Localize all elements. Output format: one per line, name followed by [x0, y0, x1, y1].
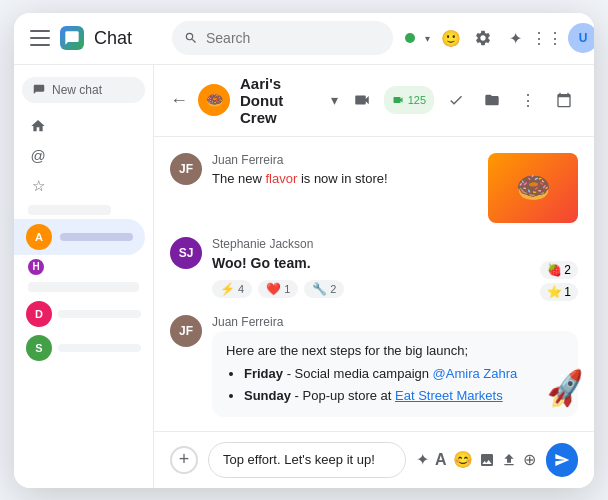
link-eat-street[interactable]: Eat Street Markets	[395, 388, 503, 403]
star-icon[interactable]: ✦	[504, 27, 526, 49]
sidebar-item-mentions[interactable]: @	[14, 141, 153, 171]
sidebar-item-home[interactable]	[14, 111, 153, 141]
msg-bubble-2: Woo! Go team.	[212, 253, 530, 274]
sidebar-placeholder-4	[58, 344, 141, 352]
sidebar-divider-1	[28, 205, 111, 215]
meet-badge[interactable]: 125	[384, 86, 434, 114]
right-reactions: 🍓 2 ⭐ 1	[540, 261, 578, 301]
msg-bubble-1: The new flavor is now in store!	[212, 169, 478, 189]
chat-header-actions: 125 ⋮	[348, 86, 578, 114]
user-avatar[interactable]: U	[568, 23, 594, 53]
sparkle-icon[interactable]: ✦	[416, 450, 429, 469]
sidebar: New chat @ ☆ A H D	[14, 65, 154, 488]
msg-content-1: Juan Ferreira The new flavor is now in s…	[212, 153, 478, 223]
more-options-icon[interactable]: ⊕	[523, 450, 536, 469]
chat-header: ← 🍩 Aari's Donut Crew ▾ 125	[154, 65, 594, 137]
check-icon[interactable]	[442, 86, 470, 114]
chat-title: Aari's Donut Crew	[240, 75, 321, 126]
meet-count: 125	[408, 94, 426, 106]
sidebar-item-3[interactable]: D	[14, 297, 153, 331]
top-bar-left: Chat	[30, 26, 160, 50]
sidebar-item-4[interactable]: S	[14, 331, 153, 365]
reaction-heart[interactable]: ❤️ 1	[258, 280, 298, 298]
heart-emoji: ❤️	[266, 282, 281, 296]
sidebar-avatar-donut: A	[26, 224, 52, 250]
emoji-icon[interactable]: 🙂	[440, 27, 462, 49]
message-group-3: JF Juan Ferreira Here are the next steps…	[170, 315, 578, 418]
sidebar-section-h: H	[14, 255, 153, 277]
upload-icon[interactable]	[501, 452, 517, 468]
app-logo	[60, 26, 84, 50]
sidebar-item-donut-crew[interactable]: A	[14, 219, 145, 255]
search-input[interactable]	[206, 30, 381, 46]
lightning-emoji: ⚡	[220, 282, 235, 296]
msg-sender-2: Stephanie Jackson	[212, 237, 530, 251]
image-attach-icon[interactable]	[479, 452, 495, 468]
msg-content-2: Stephanie Jackson Woo! Go team. ⚡ 4 ❤️ 1	[212, 237, 530, 298]
reaction-strawberry[interactable]: 🍓 2	[540, 261, 578, 279]
folder-icon[interactable]	[478, 86, 506, 114]
reaction-tool[interactable]: 🔧 2	[304, 280, 344, 298]
avatar-juan-1: JF	[170, 153, 202, 185]
chat-avatar: 🍩	[198, 84, 230, 116]
top-bar-right: ▾ 🙂 ✦ ⋮⋮ U	[405, 23, 594, 53]
video-icon[interactable]	[348, 86, 376, 114]
grid-icon[interactable]: ⋮⋮	[536, 27, 558, 49]
heart-count: 1	[284, 283, 290, 295]
bullet-sunday: Sunday - Pop-up store at Eat Street Mark…	[244, 386, 564, 406]
msg-sender-1: Juan Ferreira	[212, 153, 478, 167]
msg-content-3: Juan Ferreira Here are the next steps fo…	[212, 315, 578, 418]
search-icon	[184, 31, 198, 45]
avatar-stephanie: SJ	[170, 237, 202, 269]
settings-icon[interactable]	[472, 27, 494, 49]
bullet-friday: Friday - Social media campaign @Amira Za…	[244, 364, 564, 384]
sidebar-placeholder-3	[58, 310, 141, 318]
avatar-juan-2: JF	[170, 315, 202, 347]
main-content: New chat @ ☆ A H D	[14, 65, 594, 488]
top-bar: Chat ▾ 🙂 ✦ ⋮⋮ U	[14, 13, 594, 65]
msg-bubble-3: Here are the next steps for the big laun…	[212, 331, 578, 418]
calendar-icon[interactable]	[550, 86, 578, 114]
lightning-count: 4	[238, 283, 244, 295]
input-area: + ✦ A 😊 ⊕	[154, 431, 594, 488]
chat-area: ← 🍩 Aari's Donut Crew ▾ 125	[154, 65, 594, 488]
donut-image: 🍩	[488, 153, 578, 223]
more-icon[interactable]: ⋮	[514, 86, 542, 114]
star-count: 1	[564, 285, 571, 299]
input-actions: ✦ A 😊 ⊕	[416, 450, 536, 469]
search-bar[interactable]	[172, 21, 393, 55]
messages-container: JF Juan Ferreira The new flavor is now i…	[154, 137, 594, 431]
msg-bullet-list: Friday - Social media campaign @Amira Za…	[226, 364, 564, 405]
format-text-icon[interactable]: A	[435, 451, 447, 469]
menu-icon[interactable]	[30, 28, 50, 48]
tool-emoji: 🔧	[312, 282, 327, 296]
send-button[interactable]	[546, 443, 578, 477]
emoji-picker-icon[interactable]: 😊	[453, 450, 473, 469]
message-group-1: JF Juan Ferreira The new flavor is now i…	[170, 153, 578, 223]
mention-amira: @Amira Zahra	[433, 366, 518, 381]
app-window: Chat ▾ 🙂 ✦ ⋮⋮ U New	[14, 13, 594, 488]
app-title: Chat	[94, 28, 132, 49]
home-icon	[28, 116, 48, 136]
at-icon: @	[28, 146, 48, 166]
add-button[interactable]: +	[170, 446, 198, 474]
msg-sender-3: Juan Ferreira	[212, 315, 578, 329]
back-button[interactable]: ←	[170, 90, 188, 111]
message-group-2: SJ Stephanie Jackson Woo! Go team. ⚡ 4 ❤…	[170, 237, 578, 301]
star-nav-icon: ☆	[28, 176, 48, 196]
tool-count: 2	[330, 283, 336, 295]
sidebar-item-starred[interactable]: ☆	[14, 171, 153, 201]
new-chat-button[interactable]: New chat	[22, 77, 145, 103]
reaction-star[interactable]: ⭐ 1	[540, 283, 578, 301]
chat-title-chevron[interactable]: ▾	[331, 92, 338, 108]
sidebar-item-label-donut	[60, 233, 133, 241]
new-chat-label: New chat	[52, 83, 102, 97]
strawberry-count: 2	[564, 263, 571, 277]
msg-intro: Here are the next steps for the big laun…	[226, 341, 564, 361]
reaction-lightning[interactable]: ⚡ 4	[212, 280, 252, 298]
reactions-2: ⚡ 4 ❤️ 1 🔧 2	[212, 280, 530, 298]
status-indicator	[405, 33, 415, 43]
status-chevron[interactable]: ▾	[425, 33, 430, 44]
highlight-flavor: flavor	[265, 171, 297, 186]
message-input[interactable]	[208, 442, 406, 478]
